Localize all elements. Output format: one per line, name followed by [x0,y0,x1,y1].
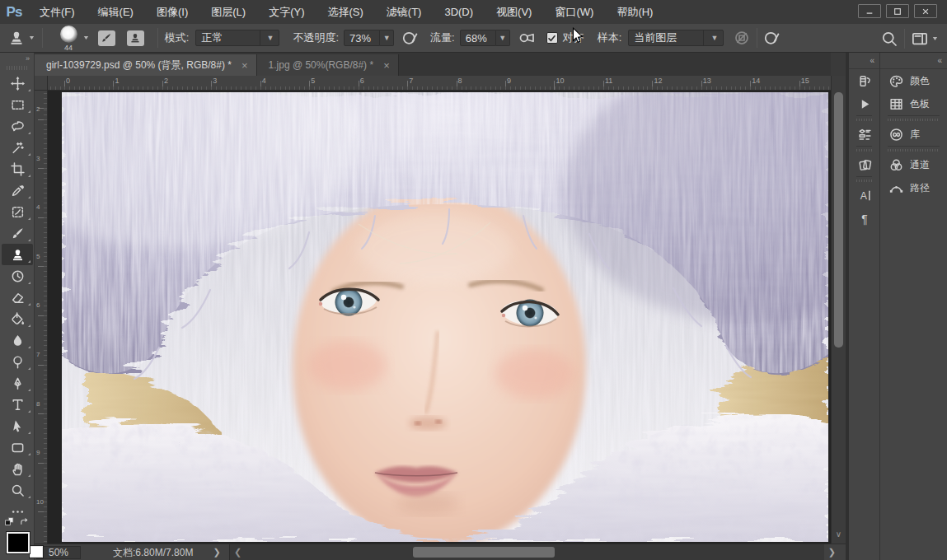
panel-tab-properties[interactable] [849,123,880,146]
panel-tab-paragraph[interactable]: ¶ [849,207,880,230]
tool-eyedropper[interactable] [2,180,33,201]
menu-item-file[interactable]: 文件(F) [28,0,87,24]
tool-shape[interactable] [2,436,33,458]
tool-crop[interactable] [2,158,33,180]
flow-dropdown-button[interactable]: ▼ [496,30,510,46]
horizontal-scrollbar-thumb[interactable] [413,547,555,558]
tool-blur[interactable] [2,329,33,351]
blend-mode-select[interactable]: 正常 ▼ [195,30,279,46]
menu-item-layer[interactable]: 图层(L) [199,0,257,24]
tool-hand[interactable] [2,458,33,479]
panel-tab-color[interactable]: 颜色 [880,69,947,92]
tool-brush[interactable] [2,222,33,244]
menu-item-filter[interactable]: 滤镜(T) [375,0,434,24]
scroll-down-icon[interactable]: ∨ [832,530,846,539]
tab-close-icon[interactable]: × [383,60,390,71]
panel-tab-actions[interactable] [849,92,880,115]
maximize-icon [893,7,902,16]
menu-item-edit[interactable]: 编辑(E) [87,0,145,24]
horizontal-scrollbar[interactable]: ❮ ❯ [229,544,824,560]
tool-preset-picker[interactable]: ▼ [8,30,35,46]
toolbar-expand-button[interactable]: » [0,53,34,64]
workspace-switcher-icon[interactable] [912,30,928,47]
tool-dodge[interactable] [2,351,33,372]
panel-tab-history[interactable] [849,69,880,92]
tool-type[interactable] [2,394,33,415]
paint-bucket-icon [11,312,25,326]
tool-zoom[interactable] [2,479,33,501]
pressure-size-icon[interactable] [764,30,781,46]
ignore-adjust-icon [734,30,750,46]
tool-pen[interactable] [2,372,33,394]
brush-panel-icon [101,32,112,44]
opacity-dropdown-button[interactable]: ▼ [380,30,394,46]
panel-groups: 颜色色板库通道路径 [880,69,947,199]
opacity-input[interactable]: 73% [344,30,380,46]
channels-icon [889,158,903,172]
document-tab-doc1[interactable]: girl-1039729.psd @ 50% (背景, RGB/8#) *× [35,54,257,76]
search-icon [881,30,898,47]
scroll-left-icon[interactable]: ❮ [234,546,241,558]
menu-item-help[interactable]: 帮助(H) [605,0,664,24]
ignore-adjustment-layers-icon[interactable] [734,30,750,46]
tool-eraser[interactable] [2,287,33,308]
tool-healing-patch[interactable] [2,201,33,222]
default-colors-icon[interactable] [4,516,15,526]
collapse-panels-button[interactable]: « [849,53,879,69]
chevron-down-icon: ▼ [260,30,274,45]
minimize-button[interactable] [858,4,881,18]
tool-history-brush[interactable] [2,265,33,287]
menu-item-type[interactable]: 文字(Y) [257,0,316,24]
tab-close-icon[interactable]: × [241,60,248,71]
close-button[interactable] [914,4,937,18]
tool-move[interactable] [2,72,33,94]
sample-select[interactable]: 当前图层 ▼ [628,30,724,46]
document-tab-doc2[interactable]: 1.jpg @ 50%(RGB/8#) *× [257,54,399,76]
background-color-swatch[interactable] [29,545,44,558]
toggle-clone-source-panel-button[interactable] [127,30,144,46]
panel-tab-swatches[interactable]: 色板 [880,92,947,115]
horizontal-ruler[interactable]: 0123456789101112131415 [48,76,831,91]
search-icon[interactable] [881,30,898,47]
vertical-scrollbar-thumb[interactable] [834,92,843,348]
document-size-info: 文档:6.80M/7.80M [113,546,193,559]
menu-item-select[interactable]: 选择(S) [316,0,374,24]
move-icon [11,77,25,91]
tool-magic-wand[interactable] [2,137,33,158]
menu-item-3d[interactable]: 3D(D) [433,0,485,24]
tool-lasso[interactable] [2,115,33,137]
menu-bar: Ps 文件(F)编辑(E)图像(I)图层(L)文字(Y)选择(S)滤镜(T)3D… [0,0,947,24]
panel-tab-character[interactable]: A [849,184,880,207]
vertical-ruler[interactable]: 2345678910 [35,91,48,544]
type-icon [11,398,25,412]
window-controls [858,4,937,18]
status-options-button[interactable]: ❯ [209,546,224,559]
foreground-color-swatch[interactable] [7,532,30,553]
airbrush-toggle-icon[interactable] [518,30,535,46]
maximize-button[interactable] [886,4,909,18]
flow-input[interactable]: 68% [460,30,496,46]
document-image[interactable] [62,92,828,542]
brush-preset-picker[interactable]: 44 [58,26,79,50]
canvas-pasteboard[interactable] [48,91,831,544]
swap-colors-icon[interactable] [19,516,30,526]
ruler-origin-corner[interactable] [35,76,48,91]
scroll-right-icon[interactable]: ❯ [828,546,836,558]
menu-item-image[interactable]: 图像(I) [145,0,199,24]
ruler-number: 9 [36,449,40,456]
menu-item-view[interactable]: 视图(V) [485,0,543,24]
collapse-panels-button[interactable]: « [880,53,947,69]
tool-paint-bucket[interactable] [2,308,33,329]
pressure-opacity-icon[interactable] [402,30,419,46]
aligned-checkbox[interactable] [546,32,558,44]
toggle-brush-panel-button[interactable] [98,30,115,46]
panel-tab-channels[interactable]: 通道 [880,153,947,176]
panel-tab-paths[interactable]: 路径 [880,176,947,199]
tool-path-select[interactable] [2,415,33,436]
panel-tab-libraries[interactable]: 库 [880,123,947,146]
vertical-scrollbar[interactable]: ∨ [831,76,846,544]
panel-tab-clone-source[interactable] [849,153,880,176]
tool-rect-marquee[interactable] [2,94,33,115]
menu-item-window[interactable]: 窗口(W) [543,0,605,24]
tool-clone-stamp[interactable] [2,244,33,265]
